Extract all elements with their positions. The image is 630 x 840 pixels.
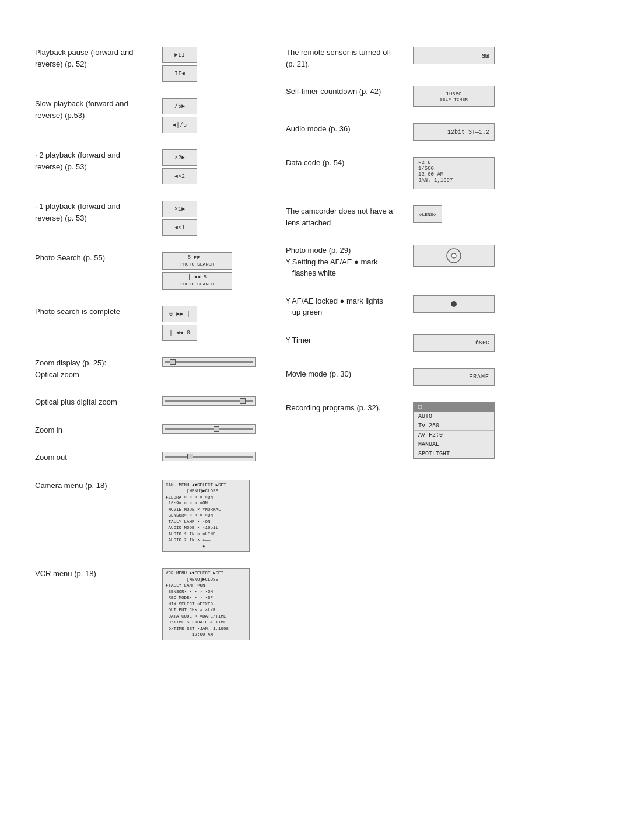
audio-mode-row: Audio mode (p. 36) 12bit ST—1.2 bbox=[286, 123, 630, 141]
no-lens-icon: ◇LENS◇ bbox=[413, 205, 630, 223]
svg-point-1 bbox=[452, 253, 456, 258]
recording-programs-icon: □ AUTO Tv 250 Av F2:0 MANUAL SPOTLIGHT bbox=[413, 402, 630, 459]
data-code-icon: F2.8 1/500 12:00 AM JAN. 1,1997 bbox=[413, 157, 630, 189]
lcd-no-lens: ◇LENS◇ bbox=[413, 205, 442, 223]
x1-playback-label: · 1 playback (forward andreverse) (p. 53… bbox=[35, 201, 152, 224]
audio-mode-icon: 12bit ST—1.2 bbox=[413, 123, 630, 141]
lcd-photo-search-rev: | ◄◄ 5 PHOTO SEARCH bbox=[162, 272, 232, 290]
data-code-label: Data code (p. 54) bbox=[286, 157, 402, 169]
filled-dot-icon bbox=[451, 301, 457, 307]
zoom-track-out bbox=[165, 456, 253, 458]
lcd-slow-fwd: /5► bbox=[162, 98, 197, 114]
zoom-out-label: Zoom out bbox=[35, 452, 152, 463]
remote-sensor-row: The remote sensor is turned off(p. 21). … bbox=[286, 47, 630, 69]
vcr-menu-row: VCR menu (p. 18) VCR MENU ▲▼SELECT ►SET … bbox=[35, 568, 268, 640]
lcd-data-code: F2.8 1/500 12:00 AM JAN. 1,1997 bbox=[413, 157, 495, 189]
playback-pause-icons: ►II II◄ bbox=[162, 47, 268, 82]
photo-search-row: Photo Search (p. 55) 5 ►► | PHOTO SEARCH… bbox=[35, 252, 268, 290]
no-lens-row: The camcorder does not have alens attach… bbox=[286, 205, 630, 228]
movie-mode-icon: FRAME bbox=[413, 368, 630, 386]
lcd-x1-rev: ◄×1 bbox=[162, 219, 197, 236]
no-lens-label: The camcorder does not have alens attach… bbox=[286, 205, 402, 228]
zoom-bar-out bbox=[162, 452, 256, 461]
zoom-bar-digital bbox=[162, 396, 256, 406]
lcd-remote-sensor: S⊡ bbox=[413, 47, 495, 64]
zoom-thumb bbox=[170, 359, 176, 365]
rec-program-item-0: □ bbox=[414, 403, 494, 412]
playback-pause-row: Playback pause (forward andreverse) (p. … bbox=[35, 47, 268, 82]
rec-program-item-manual: MANUAL bbox=[414, 440, 494, 449]
rec-program-item-spotlight: SPOTLIGHT bbox=[414, 449, 494, 458]
timer-icon: 6sec bbox=[413, 334, 630, 352]
camera-menu-row: Camera menu (p. 18) CAM. MENU ▲▼SELECT ►… bbox=[35, 480, 268, 552]
rec-program-item-auto: AUTO bbox=[414, 412, 494, 421]
zoom-bar-in bbox=[162, 424, 256, 434]
movie-mode-label: Movie mode (p. 30) bbox=[286, 368, 402, 380]
zoom-out-row: Zoom out bbox=[35, 452, 268, 463]
zoom-digital-row: Optical plus digital zoom bbox=[35, 396, 268, 408]
lcd-x2-fwd: ×2► bbox=[162, 149, 197, 166]
lcd-movie-mode: FRAME bbox=[413, 368, 495, 386]
zoom-bar-optical bbox=[162, 357, 256, 367]
zoom-thumb-out bbox=[187, 454, 193, 459]
af-ae-locked-row: ¥ AF/AE locked ● mark lights up green bbox=[286, 295, 630, 318]
recording-programs-label: Recording programs (p. 32). bbox=[286, 402, 402, 414]
recording-programs-row: Recording programs (p. 32). □ AUTO Tv 25… bbox=[286, 402, 630, 459]
zoom-thumb-digital bbox=[240, 398, 246, 404]
camera-menu-label: Camera menu (p. 18) bbox=[35, 480, 152, 492]
lcd-play-pause-rev: II◄ bbox=[162, 65, 197, 82]
camera-menu-icon: CAM. MENU ▲▼SELECT ►SET [MENU]►CLOSE ►ZE… bbox=[162, 480, 268, 552]
timer-label: ¥ Timer bbox=[286, 334, 402, 346]
zoom-optical-icon bbox=[162, 357, 268, 367]
lcd-photo-complete-rev: | ◄◄ 0 bbox=[162, 325, 197, 341]
x1-playback-icons: ×1► ◄×1 bbox=[162, 201, 268, 236]
zoom-digital-icon bbox=[162, 396, 268, 406]
zoom-optical-row: Zoom display (p. 25):Optical zoom bbox=[35, 357, 268, 380]
x1-playback-row: · 1 playback (forward andreverse) (p. 53… bbox=[35, 201, 268, 236]
zoom-track bbox=[165, 361, 253, 363]
x2-playback-icons: ×2► ◄×2 bbox=[162, 149, 268, 184]
photo-search-complete-row: Photo search is complete 0 ►► | | ◄◄ 0 bbox=[35, 306, 268, 341]
photo-mode-label: Photo mode (p. 29)¥ Setting the AF/AE ● … bbox=[286, 245, 402, 279]
remote-sensor-label: The remote sensor is turned off(p. 21). bbox=[286, 47, 402, 69]
movie-mode-row: Movie mode (p. 30) FRAME bbox=[286, 368, 630, 386]
lcd-x2-rev: ◄×2 bbox=[162, 168, 197, 184]
self-timer-icon: 10sec SELF TIMER bbox=[413, 86, 630, 107]
lcd-x1-fwd: ×1► bbox=[162, 201, 197, 217]
slow-playback-row: Slow playback (forward andreverse) (p.53… bbox=[35, 98, 268, 133]
timer-row: ¥ Timer 6sec bbox=[286, 334, 630, 352]
vcr-menu-label: VCR menu (p. 18) bbox=[35, 568, 152, 580]
slow-playback-label: Slow playback (forward andreverse) (p.53… bbox=[35, 98, 152, 121]
zoom-thumb-in bbox=[214, 426, 219, 432]
self-timer-label: Self-timer countdown (p. 42) bbox=[286, 86, 402, 97]
photo-search-label: Photo Search (p. 55) bbox=[35, 252, 152, 264]
remote-sensor-icon: S⊡ bbox=[413, 47, 630, 64]
photo-mode-icon bbox=[413, 245, 630, 267]
zoom-track-in bbox=[165, 428, 253, 430]
photo-search-icons: 5 ►► | PHOTO SEARCH | ◄◄ 5 PHOTO SEARCH bbox=[162, 252, 268, 290]
data-code-row: Data code (p. 54) F2.8 1/500 12:00 AM JA… bbox=[286, 157, 630, 189]
audio-mode-label: Audio mode (p. 36) bbox=[286, 123, 402, 135]
rec-program-item-av: Av F2:0 bbox=[414, 431, 494, 440]
photo-search-complete-label: Photo search is complete bbox=[35, 306, 152, 318]
x2-playback-label: · 2 playback (forward andreverse) (p. 53… bbox=[35, 149, 152, 172]
vcr-menu-screen: VCR MENU ▲▼SELECT ►SET [MENU]►CLOSE ►TAL… bbox=[162, 568, 250, 640]
playback-pause-label: Playback pause (forward andreverse) (p. … bbox=[35, 47, 152, 69]
photo-mode-circle-svg bbox=[444, 246, 463, 265]
x2-playback-row: · 2 playback (forward andreverse) (p. 53… bbox=[35, 149, 268, 184]
zoom-track-digital bbox=[165, 400, 253, 402]
lcd-af-ae-locked bbox=[413, 295, 495, 313]
zoom-out-icon bbox=[162, 452, 268, 461]
zoom-digital-label: Optical plus digital zoom bbox=[35, 396, 152, 408]
zoom-in-row: Zoom in bbox=[35, 424, 268, 436]
lcd-photo-complete-fwd: 0 ►► | bbox=[162, 306, 197, 322]
zoom-in-icon bbox=[162, 424, 268, 434]
af-ae-locked-label: ¥ AF/AE locked ● mark lights up green bbox=[286, 295, 402, 318]
lcd-slow-rev: ◄|/5 bbox=[162, 117, 197, 133]
lcd-photo-mode bbox=[413, 245, 495, 267]
lcd-audio-mode: 12bit ST—1.2 bbox=[413, 123, 495, 141]
lcd-self-timer: 10sec SELF TIMER bbox=[413, 86, 495, 107]
rec-program-item-tv: Tv 250 bbox=[414, 421, 494, 431]
lcd-timer: 6sec bbox=[413, 334, 495, 352]
photo-mode-row: Photo mode (p. 29)¥ Setting the AF/AE ● … bbox=[286, 245, 630, 279]
